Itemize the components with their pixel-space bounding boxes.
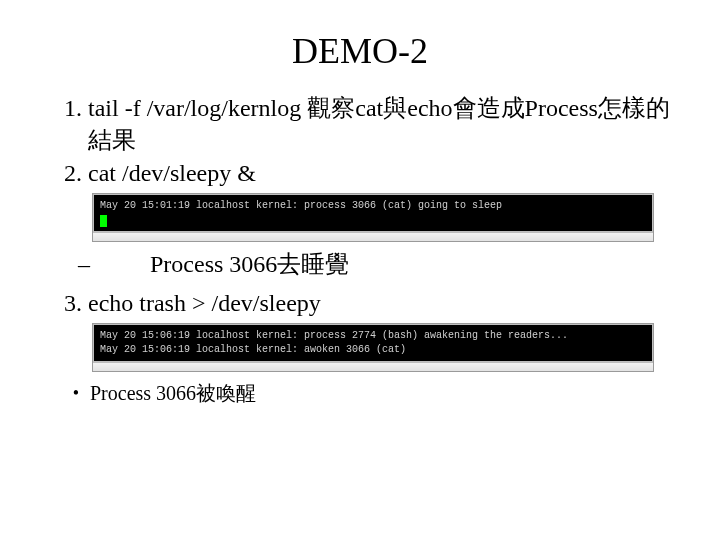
cursor-icon	[100, 215, 107, 227]
sub-item-text: Process 3066被喚醒	[90, 380, 256, 407]
list-item-3: echo trash > /dev/sleepy	[88, 287, 670, 319]
slide: DEMO‐2 tail -f /var/log/kernlog 觀察cat與ec…	[0, 0, 720, 427]
terminal-window-2: May 20 15:06:19 localhost kernel: proces…	[92, 323, 654, 372]
terminal-block-2: May 20 15:06:19 localhost kernel: proces…	[92, 319, 670, 374]
slide-content: tail -f /var/log/kernlog 觀察cat與echo會造成Pr…	[50, 92, 670, 407]
terminal-scrollbar	[93, 362, 653, 371]
sub-item-text: Process 3066去睡覺	[150, 248, 349, 280]
numbered-list-continued: echo trash > /dev/sleepy	[50, 287, 670, 319]
bullet-icon: •	[62, 381, 90, 405]
terminal-line: May 20 15:06:19 localhost kernel: awoken…	[100, 344, 406, 355]
list-item-1: tail -f /var/log/kernlog 觀察cat與echo會造成Pr…	[88, 92, 670, 157]
numbered-list: tail -f /var/log/kernlog 觀察cat與echo會造成Pr…	[50, 92, 670, 189]
terminal-line: May 20 15:06:19 localhost kernel: proces…	[100, 330, 568, 341]
slide-title: DEMO‐2	[50, 30, 670, 72]
terminal-scrollbar	[93, 232, 653, 241]
sub-item-bullet: • Process 3066被喚醒	[62, 380, 670, 407]
terminal-block-1: May 20 15:01:19 localhost kernel: proces…	[92, 189, 670, 244]
terminal-output-1: May 20 15:01:19 localhost kernel: proces…	[93, 194, 653, 232]
terminal-window-1: May 20 15:01:19 localhost kernel: proces…	[92, 193, 654, 242]
list-item-2: cat /dev/sleepy &	[88, 157, 670, 189]
terminal-output-2: May 20 15:06:19 localhost kernel: proces…	[93, 324, 653, 362]
dash-icon: –	[78, 248, 110, 280]
sub-item-dash: – Process 3066去睡覺	[78, 248, 670, 280]
terminal-line: May 20 15:01:19 localhost kernel: proces…	[100, 200, 502, 211]
